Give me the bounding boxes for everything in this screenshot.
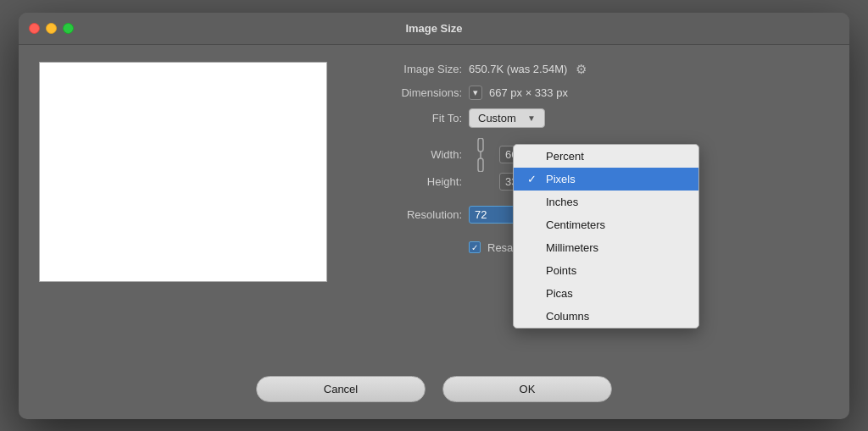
cancel-button[interactable]: Cancel [256,376,426,402]
image-size-row: Image Size: 650.7K (was 2.54M) ⚙ [381,62,829,77]
preview-area [39,62,361,349]
dropdown-item-percent[interactable]: Percent [514,145,698,168]
close-button[interactable] [29,23,40,34]
dialog-title: Image Size [405,22,462,35]
dropdown-item-points[interactable]: Points [514,259,698,282]
controls-area: Image Size: 650.7K (was 2.54M) ⚙ Dimensi… [381,62,829,349]
svg-rect-1 [478,158,483,172]
dimensions-dropdown[interactable]: ▾ [469,86,482,100]
dropdown-item-inches[interactable]: Inches [514,191,698,213]
fit-to-label: Fit To: [381,112,462,124]
dropdown-item-pixels[interactable]: ✓ Pixels [514,168,698,191]
dropdown-item-picas[interactable]: Picas [514,282,698,305]
dialog-footer: Cancel OK [19,366,849,419]
titlebar: Image Size [19,13,849,45]
width-label: Width: [381,148,462,161]
traffic-lights [29,23,74,34]
maximize-button[interactable] [63,23,74,34]
fit-to-row: Fit To: Custom ▼ Percent ✓ Pixels [381,108,829,128]
image-size-dialog: Image Size Image Size: 650.7K (was 2.54M… [19,13,849,419]
gear-button[interactable]: ⚙ [576,62,587,77]
image-size-label: Image Size: [381,63,462,75]
dropdown-item-centimeters[interactable]: Centimeters [514,213,698,236]
link-icon [472,138,489,172]
height-label: Height: [381,175,462,188]
ok-button[interactable]: OK [442,376,612,402]
dropdown-item-columns[interactable]: Columns [514,305,698,328]
preview-image [39,62,327,282]
dimensions-value: 667 px × 333 px [489,86,568,99]
dimensions-row: Dimensions: ▾ 667 px × 333 px [381,86,829,100]
svg-rect-0 [478,138,483,152]
dimensions-label: Dimensions: [381,86,462,99]
resolution-label: Resolution: [381,208,462,221]
fit-to-chevron: ▼ [527,113,536,123]
fit-to-dropdown-menu: Percent ✓ Pixels Inches Centimeters [513,144,699,329]
fit-to-value: Custom [478,112,516,124]
minimize-button[interactable] [46,23,57,34]
fit-to-dropdown[interactable]: Custom ▼ [469,108,545,128]
dropdown-item-millimeters[interactable]: Millimeters [514,236,698,259]
resample-checkbox[interactable]: ✓ [469,241,481,253]
dialog-body: Image Size: 650.7K (was 2.54M) ⚙ Dimensi… [19,45,849,366]
image-size-value: 650.7K (was 2.54M) [469,63,567,75]
